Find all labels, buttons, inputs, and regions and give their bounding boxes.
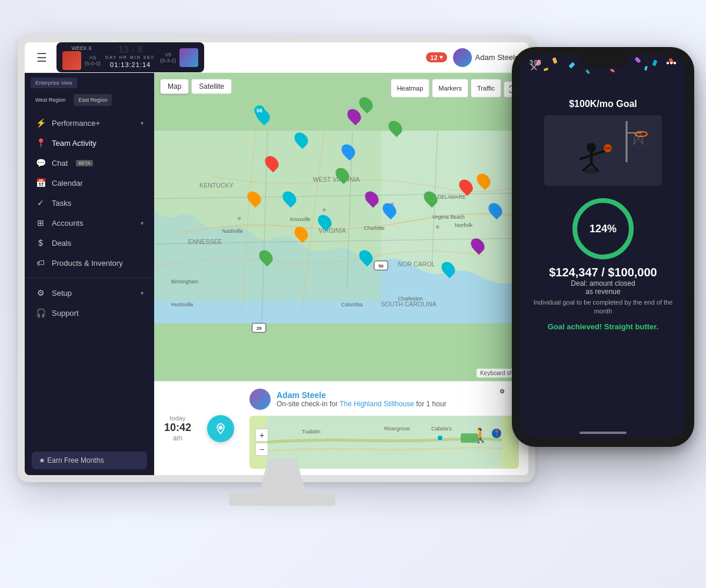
zoom-out-btn[interactable]: − <box>255 443 268 456</box>
calendar-icon: 📅 <box>35 178 46 188</box>
nav-label-products: Products & Inventory <box>52 259 123 268</box>
nav-item-accounts[interactable]: ⊞ Accounts ▾ <box>25 213 154 233</box>
zoom-in-btn[interactable]: + <box>255 429 268 442</box>
phone-bottom-bar <box>580 432 627 434</box>
deals-icon: $ <box>35 238 46 248</box>
pin-person-badge: 📍 <box>492 429 501 438</box>
nav-item-performance[interactable]: ⚡ Performance+ ▾ <box>25 113 154 133</box>
team-right-avatar <box>179 48 198 67</box>
nav-label-tasks: Tasks <box>52 199 71 208</box>
confetti-12 <box>585 69 590 75</box>
svg-text:DELAWARE: DELAWARE <box>438 194 466 200</box>
week-score-left: WEEK 6 AS (5-0-0) <box>62 45 101 70</box>
activity-description: On-site check-in for The Highland Stillh… <box>277 400 519 408</box>
heatmap-btn[interactable]: Heatmap <box>391 79 430 98</box>
markers-btn[interactable]: Markers <box>432 79 468 98</box>
earn-free-months-btn[interactable]: ★ Earn Free Months <box>32 452 147 469</box>
chat-beta-badge: BETA <box>76 160 92 166</box>
support-icon: 🎧 <box>35 308 46 318</box>
svg-point-31 <box>219 426 223 430</box>
user-avatar <box>453 48 472 67</box>
monitor-frame: ☰ WEEK 6 AS (5-0-0) <box>18 35 535 482</box>
svg-text:Norfolk: Norfolk <box>455 222 473 228</box>
phone-close-btn[interactable]: ✕ <box>530 61 538 74</box>
user-area[interactable]: Adam Steele <box>453 48 519 67</box>
svg-point-10 <box>436 225 439 229</box>
team-left-avatar <box>62 51 81 70</box>
svg-text:Virginia Beach: Virginia Beach <box>432 214 465 220</box>
products-icon: 🏷 <box>35 258 46 268</box>
enterprise-view-btn[interactable]: Enterprise View <box>31 78 77 88</box>
activity-user-name: Adam Steele <box>277 390 519 400</box>
tasks-icon: ✓ <box>35 198 46 208</box>
map-controls-top: Map Satellite <box>160 79 232 94</box>
phone-screen: 3:05 ●●● ✕ $100K/ <box>520 55 686 439</box>
nav-label-calendar: Calendar <box>52 179 83 188</box>
activity-settings-btn[interactable]: ⚙ <box>496 386 508 396</box>
map-controls-right: Heatmap Markers Traffic ⛶ <box>391 79 522 98</box>
deal-label: Deal: amount closed <box>530 279 677 288</box>
nav-label-team-activity: Team Activity <box>52 139 96 148</box>
score-display: AS (5-0-0) <box>85 55 101 66</box>
activity-header: Adam Steele On-site check-in for The Hig… <box>249 389 519 410</box>
chevron-icon-performance: ▾ <box>141 120 144 126</box>
west-region-label[interactable]: West Region <box>31 94 70 106</box>
svg-text:Knoxville: Knoxville <box>290 216 311 222</box>
team-left-initials: AS <box>89 55 96 61</box>
week-label: WEEK 6 <box>62 45 101 51</box>
timer-display: 01:13:21:14 <box>105 59 155 70</box>
activity-pin-btn[interactable] <box>207 415 234 442</box>
nav-item-products[interactable]: 🏷 Products & Inventory <box>25 253 154 273</box>
app-body: Enterprise View West Region East Region … <box>25 73 528 475</box>
nav-label-support: Support <box>52 309 79 318</box>
nav-item-deals[interactable]: $ Deals <box>25 233 154 253</box>
sidebar: Enterprise View West Region East Region … <box>25 73 154 475</box>
progress-circle: 124% <box>571 196 635 261</box>
map-btn[interactable]: Map <box>160 79 189 94</box>
activity-time: today 10:42 am <box>154 415 201 442</box>
svg-text:Charleston: Charleston <box>398 296 422 302</box>
nav-item-tasks[interactable]: ✓ Tasks <box>25 193 154 213</box>
phone-content: $100K/mo Goal <box>520 69 686 439</box>
nav-item-chat[interactable]: 💬 Chat BETA <box>25 153 154 173</box>
notification-badge[interactable]: 12 ▾ <box>426 52 447 62</box>
monitor-base <box>229 493 335 506</box>
notification-count: 12 <box>430 54 437 61</box>
nav-item-support[interactable]: 🎧 Support <box>25 303 154 323</box>
hamburger-icon[interactable]: ☰ <box>34 48 49 67</box>
nav-item-team-activity[interactable]: 📍 Team Activity <box>25 133 154 153</box>
pin-icon: 📍 <box>35 138 46 148</box>
chat-icon: 💬 <box>35 158 46 168</box>
svg-point-7 <box>238 217 241 220</box>
phone-signal: ●●● <box>666 59 677 66</box>
svg-text:Nashville: Nashville <box>222 228 243 234</box>
topbar-right: 12 ▾ Adam Steele <box>426 48 519 67</box>
activity-location-link[interactable]: The Highland Stillhouse <box>339 400 414 408</box>
goal-amount: $124,347 / $100,000 <box>530 266 677 279</box>
goal-title: $100K/mo Goal <box>530 99 677 109</box>
nav-divider <box>25 278 154 278</box>
topbar-left: ☰ WEEK 6 AS (5-0-0) <box>34 42 204 72</box>
score-center: 13 - 8 DAY HR MIN SEC 01:13:21:14 <box>105 45 155 70</box>
satellite-btn[interactable]: Satellite <box>191 79 232 94</box>
svg-text:Birmingham: Birmingham <box>171 279 198 285</box>
chevron-icon-accounts: ▾ <box>141 220 144 226</box>
activity-user-avatar <box>249 389 271 410</box>
phone-frame: 3:05 ●●● ✕ $100K/ <box>512 47 694 447</box>
svg-text:Huntsville: Huntsville <box>171 302 194 308</box>
pin-badge-56: 56 <box>254 105 265 116</box>
svg-text:Columbia: Columbia <box>341 302 363 308</box>
svg-text:50: 50 <box>378 263 384 269</box>
performance-icon: ⚡ <box>35 118 46 128</box>
zoom-controls: + − <box>255 429 268 456</box>
timer-units: DAY HR MIN SEC <box>105 55 155 59</box>
east-region-label[interactable]: East Region <box>74 94 112 106</box>
phone-wrapper: 3:05 ●●● ✕ $100K/ <box>512 47 694 447</box>
week-score-right: V6 (0-3-2) <box>160 48 198 67</box>
traffic-btn[interactable]: Traffic <box>471 79 501 98</box>
goal-achieved-text: Goal achieved! Straight butter. <box>530 322 677 331</box>
nav-item-setup[interactable]: ⚙ Setup ▾ <box>25 283 154 303</box>
goal-description: Individual goal to be completed by the e… <box>530 298 677 316</box>
nav-item-calendar[interactable]: 📅 Calendar <box>25 173 154 193</box>
svg-text:ENNESSEE: ENNESSEE <box>188 238 222 245</box>
